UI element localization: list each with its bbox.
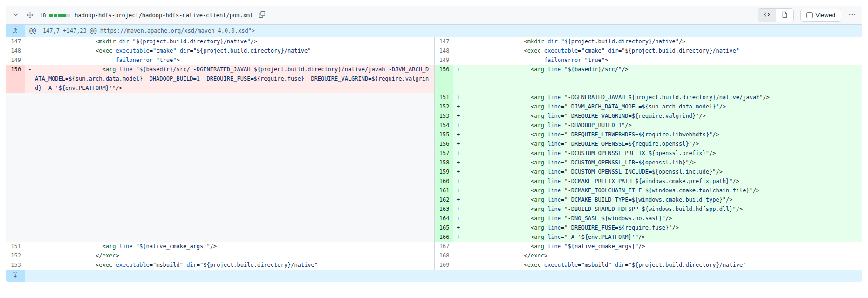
line-number[interactable]: 163 <box>435 204 453 214</box>
code-line: <arg line="${native_cmake_args}"/> <box>35 242 434 251</box>
code-cell-ctx: 149 failonerror="true"> <box>6 55 434 65</box>
line-number[interactable]: 158 <box>435 158 453 167</box>
diff-marker <box>453 242 464 251</box>
line-number[interactable]: 166 <box>435 232 453 242</box>
line-number[interactable]: 155 <box>435 130 453 139</box>
diffstat-square-added <box>58 14 62 17</box>
line-number[interactable]: 153 <box>435 111 453 121</box>
line-number[interactable]: 164 <box>435 214 453 223</box>
code-cell-ctx: 168 </exec> <box>434 251 862 260</box>
diff-marker <box>453 55 464 65</box>
file-path[interactable]: hadoop-hdfs-project/hadoop-hdfs-native-c… <box>75 12 253 19</box>
line-number[interactable]: 159 <box>435 167 453 176</box>
code-cell-add: 166+ <arg line="-A '${env.PLATFORM}'"/> <box>434 232 862 242</box>
diff-row: 159+ <arg line="-DCUSTOM_OPENSSL_INCLUDE… <box>6 167 862 176</box>
line-number[interactable]: 151 <box>6 242 25 251</box>
expand-up-icon <box>12 27 19 35</box>
line-number[interactable]: 150 <box>6 65 25 93</box>
expand-down-button[interactable] <box>6 270 25 282</box>
kebab-icon <box>848 11 856 20</box>
line-number[interactable]: 156 <box>435 139 453 149</box>
viewed-checkbox[interactable] <box>806 12 813 18</box>
line-number[interactable]: 149 <box>6 55 25 65</box>
collapse-file-button[interactable] <box>11 10 21 20</box>
diffstat-square-added <box>49 14 53 17</box>
line-number[interactable]: 148 <box>435 46 453 55</box>
line-number[interactable]: 150 <box>435 65 453 93</box>
code-cell-ctx: 148 <exec executable="cmake" dir="${proj… <box>6 46 434 55</box>
code-line: <arg line="-A '${env.PLATFORM}'"/> <box>464 232 862 242</box>
diff-row: 153 <exec executable="msbuild" dir="${pr… <box>6 260 862 270</box>
diff-marker: + <box>453 223 464 232</box>
copy-icon <box>259 11 265 19</box>
diff-rows: 147 <mkdir dir="${project.build.director… <box>6 37 862 270</box>
line-number[interactable]: 161 <box>435 186 453 195</box>
line-number[interactable]: 167 <box>435 242 453 251</box>
diff-row: 166+ <arg line="-A '${env.PLATFORM}'"/> <box>6 232 862 242</box>
expand-up-button[interactable] <box>6 25 25 37</box>
line-number[interactable]: 160 <box>435 176 453 186</box>
copy-path-button[interactable] <box>257 10 267 20</box>
line-number[interactable]: 165 <box>435 223 453 232</box>
code-line: <arg line="-DREQUIRE_LIBWEBHDFS=${requir… <box>464 130 862 139</box>
code-cell-ctx: 147 <mkdir dir="${project.build.director… <box>434 37 862 46</box>
diff-row: 149 failonerror="true">149 failonerror="… <box>6 55 862 65</box>
line-number[interactable]: 148 <box>6 46 25 55</box>
empty-cell <box>6 186 434 195</box>
diff-marker <box>453 251 464 260</box>
code-line: <arg line="-DCMAKE_PREFIX_PATH=${windows… <box>464 176 862 186</box>
code-cell-add: 158+ <arg line="-DCUSTOM_OPENSSL_LIB=${o… <box>434 158 862 167</box>
empty-cell <box>6 121 434 130</box>
empty-cell <box>6 158 434 167</box>
diff-row: 151+ <arg line="-DGENERATED_JAVAH=${proj… <box>6 93 862 102</box>
diff-row: 151 <arg line="${native_cmake_args}"/>16… <box>6 242 862 251</box>
diff-row: 154+ <arg line="-DHADOOP_BUILD=1"/> <box>6 121 862 130</box>
diff-row: 157+ <arg line="-DCUSTOM_OPENSSL_PREFIX=… <box>6 149 862 158</box>
empty-cell <box>6 223 434 232</box>
line-number[interactable]: 153 <box>6 260 25 270</box>
code-cell-add: 162+ <arg line="-DCMAKE_BUILD_TYPE=${win… <box>434 195 862 204</box>
diff-marker: + <box>453 93 464 102</box>
diff-marker: + <box>453 139 464 149</box>
line-number[interactable]: 147 <box>6 37 25 46</box>
code-line: <arg line="-DCUSTOM_OPENSSL_INCLUDE=${op… <box>464 167 862 176</box>
diff-marker <box>25 55 35 65</box>
viewed-checkbox-button[interactable]: Viewed <box>800 9 841 22</box>
file-options-kebab-button[interactable] <box>847 10 857 20</box>
code-cell-add: 152+ <arg line="-DJVM_ARCH_DATA_MODEL=${… <box>434 102 862 111</box>
diff-row: 160+ <arg line="-DCMAKE_PREFIX_PATH=${wi… <box>6 176 862 186</box>
code-line: </exec> <box>464 251 862 260</box>
line-number[interactable]: 147 <box>435 37 453 46</box>
diff-marker: + <box>453 158 464 167</box>
line-number[interactable]: 149 <box>435 55 453 65</box>
line-number[interactable]: 168 <box>435 251 453 260</box>
line-number[interactable]: 154 <box>435 121 453 130</box>
line-number[interactable]: 157 <box>435 149 453 158</box>
line-number[interactable]: 169 <box>435 260 453 270</box>
rich-view-button[interactable] <box>776 9 793 22</box>
code-line: <arg line="${basedir}/src/"/> <box>464 65 862 93</box>
code-line: <arg line="-DREQUIRE_VALGRIND=${require.… <box>464 111 862 121</box>
diff-row: 163+ <arg line="-DBUILD_SHARED_HDFSPP=${… <box>6 204 862 214</box>
line-number[interactable]: 162 <box>435 195 453 204</box>
diffstat-square-added <box>54 14 57 17</box>
code-cell-ctx: 148 <exec executable="cmake" dir="${proj… <box>434 46 862 55</box>
diff-marker: + <box>453 102 464 111</box>
diff-row: 153+ <arg line="-DREQUIRE_VALGRIND=${req… <box>6 111 862 121</box>
code-line: <arg line="-DREQUIRE_FUSE=${require.fuse… <box>464 223 862 232</box>
diff-row: 155+ <arg line="-DREQUIRE_LIBWEBHDFS=${r… <box>6 130 862 139</box>
line-number[interactable]: 152 <box>435 102 453 111</box>
code-line: <arg line="-DREQUIRE_OPENSSL=${require.o… <box>464 139 862 149</box>
line-number[interactable]: 152 <box>6 251 25 260</box>
source-view-button[interactable] <box>758 9 776 22</box>
code-line: <exec executable="msbuild" dir="${projec… <box>35 260 434 270</box>
line-number[interactable]: 151 <box>435 93 453 102</box>
drag-handle-icon[interactable] <box>25 10 35 20</box>
diff-marker <box>25 242 35 251</box>
code-cell-add: 151+ <arg line="-DGENERATED_JAVAH=${proj… <box>434 93 862 102</box>
code-cell-add: 156+ <arg line="-DREQUIRE_OPENSSL=${requ… <box>434 139 862 149</box>
diff-row: 156+ <arg line="-DREQUIRE_OPENSSL=${requ… <box>6 139 862 149</box>
code-line: <arg line="-DJVM_ARCH_DATA_MODEL=${sun.a… <box>464 102 862 111</box>
code-cell-add: 155+ <arg line="-DREQUIRE_LIBWEBHDFS=${r… <box>434 130 862 139</box>
code-cell-add: 160+ <arg line="-DCMAKE_PREFIX_PATH=${wi… <box>434 176 862 186</box>
